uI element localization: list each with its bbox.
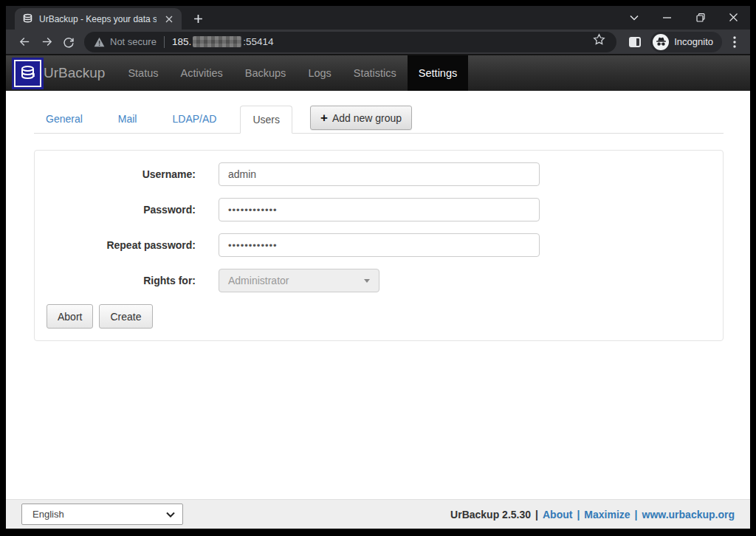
- create-user-panel: Username: Password: Repeat password: Rig…: [34, 150, 724, 341]
- navbar-menu: Status Activities Backups Logs Statistic…: [117, 55, 468, 91]
- username-label: Username:: [35, 168, 219, 180]
- urbackup-logo-icon: [14, 60, 41, 87]
- urbackup-org-link[interactable]: www.urbackup.org: [642, 509, 735, 520]
- browser-window: UrBackup - Keeps your data safe: [6, 6, 750, 529]
- footer-separator: |: [577, 509, 580, 520]
- close-window-button[interactable]: [717, 6, 750, 29]
- url-ip-prefix: 185.: [172, 36, 191, 47]
- form-actions: Abort Create: [35, 304, 711, 329]
- url-redacted-block: [193, 36, 241, 47]
- username-input[interactable]: [219, 162, 540, 186]
- tab-general[interactable]: General: [34, 106, 94, 132]
- password-label: Password:: [35, 204, 219, 216]
- tab-search-chevron-icon[interactable]: [617, 6, 650, 29]
- incognito-label: Incognito: [674, 36, 713, 47]
- urbackup-brand: UrBackup: [44, 65, 105, 81]
- plus-icon: +: [320, 111, 328, 124]
- browser-tab[interactable]: UrBackup - Keeps your data safe: [15, 8, 182, 30]
- rights-row: Rights for: Administrator: [35, 269, 711, 292]
- select-chevron-icon: [166, 512, 175, 518]
- tab-users[interactable]: Users: [240, 106, 292, 134]
- database-favicon-icon: [22, 13, 33, 24]
- password-input[interactable]: [219, 198, 540, 221]
- reload-icon[interactable]: [58, 32, 80, 52]
- browser-tab-strip: UrBackup - Keeps your data safe: [6, 6, 750, 30]
- restore-button[interactable]: [684, 6, 717, 29]
- rights-select[interactable]: Administrator: [219, 269, 379, 292]
- footer-separator: |: [535, 509, 538, 520]
- about-link[interactable]: About: [543, 509, 572, 520]
- url-port-suffix: :55414: [243, 36, 273, 47]
- tab-ldap-ad[interactable]: LDAP/AD: [160, 106, 228, 132]
- repeat-password-row: Repeat password:: [35, 233, 711, 257]
- language-select[interactable]: English: [21, 504, 183, 525]
- password-row: Password:: [35, 198, 711, 221]
- create-button[interactable]: Create: [99, 304, 152, 329]
- tab-title: UrBackup - Keeps your data safe: [39, 14, 157, 24]
- footer-separator: |: [635, 509, 638, 520]
- version-label: UrBackup 2.5.30: [450, 509, 531, 520]
- rights-selected-value: Administrator: [228, 275, 289, 286]
- not-secure-warning-icon: [94, 37, 105, 47]
- side-panel-icon[interactable]: [622, 32, 647, 52]
- not-secure-label: Not secure: [110, 36, 157, 47]
- navbar-item-statistics[interactable]: Statistics: [343, 55, 408, 91]
- abort-button[interactable]: Abort: [47, 304, 93, 329]
- add-new-group-label: Add new group: [332, 112, 402, 124]
- navbar-item-settings[interactable]: Settings: [408, 55, 468, 91]
- navbar-item-backups[interactable]: Backups: [234, 55, 298, 91]
- select-caret-icon: [364, 279, 370, 283]
- omnibox-divider: [164, 36, 165, 48]
- rights-for-label: Rights for:: [35, 275, 219, 286]
- back-icon[interactable]: [13, 32, 35, 52]
- address-bar[interactable]: Not secure 185. :55414: [84, 32, 616, 52]
- window-controls: [617, 6, 750, 29]
- new-tab-button[interactable]: [188, 8, 208, 29]
- page-footer: English UrBackup 2.5.30 | About | Maximi…: [6, 499, 750, 529]
- urbackup-navbar: UrBackup Status Activities Backups Logs …: [6, 54, 750, 91]
- bookmark-star-icon[interactable]: [593, 33, 611, 51]
- screen: UrBackup - Keeps your data safe: [0, 0, 756, 536]
- maximize-link[interactable]: Maximize: [584, 509, 630, 520]
- footer-info: UrBackup 2.5.30 | About | Maximize | www…: [450, 509, 735, 520]
- navbar-item-activities[interactable]: Activities: [170, 55, 234, 91]
- navbar-item-status[interactable]: Status: [117, 55, 169, 91]
- browser-toolbar: Not secure 185. :55414: [6, 30, 750, 54]
- navbar-item-logs[interactable]: Logs: [297, 55, 342, 91]
- minimize-button[interactable]: [650, 6, 684, 29]
- repeat-password-input[interactable]: [219, 233, 540, 257]
- repeat-password-label: Repeat password:: [35, 239, 219, 251]
- settings-tabs: General Mail LDAP/AD Users + Add new gro…: [34, 106, 724, 134]
- add-new-group-button[interactable]: + Add new group: [310, 106, 412, 130]
- language-selected-value: English: [32, 509, 64, 520]
- incognito-spy-icon: [653, 34, 669, 50]
- browser-menu-icon[interactable]: [725, 32, 744, 52]
- settings-page: General Mail LDAP/AD Users + Add new gro…: [6, 91, 750, 499]
- tab-mail[interactable]: Mail: [106, 106, 149, 132]
- incognito-badge[interactable]: Incognito: [650, 32, 722, 52]
- username-row: Username:: [35, 162, 711, 186]
- tab-close-icon[interactable]: [162, 13, 176, 26]
- forward-icon[interactable]: [35, 32, 58, 52]
